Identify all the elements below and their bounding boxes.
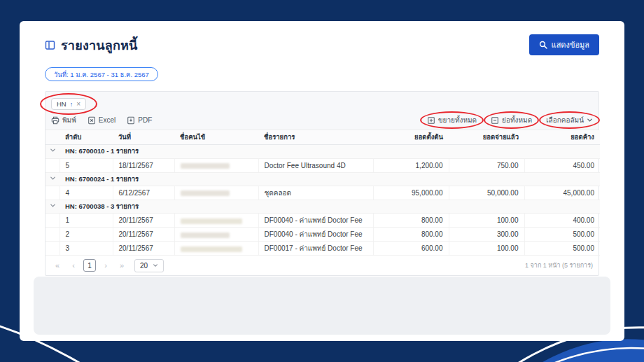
patient-name-redacted [181,163,230,169]
chevron-down-icon[interactable] [50,202,56,209]
table-view-buttons: ขยายทั้งหมด ย่อทั้งหมด [427,115,593,125]
patient-name-redacted [181,232,230,238]
cell-patient [174,214,258,228]
select-columns-button[interactable]: เลือกคอลัมน์ [546,115,593,125]
date-range-label: วันที่: 1 ม.ค. 2567 - 31 ธ.ค. 2567 [54,69,149,80]
cell-date: 20/11/2567 [113,228,174,242]
table-row: 2 20/11/2567 DF00040 - ค่าแพทย์ Doctor F… [46,228,600,242]
page-size-value: 20 [140,262,148,270]
excel-label: Excel [99,116,115,124]
cell-initial-amount: 600.00 [373,242,449,256]
cell-paid-amount: 300.00 [449,228,524,242]
corner-blob-shape [539,339,644,362]
group-header-label[interactable]: HN: 6700038 - 3 รายการ [59,200,600,214]
pagination-first-button[interactable]: « [51,259,64,272]
excel-file-icon [88,116,96,125]
cell-outstanding-amount: 500.00 [524,228,600,242]
collapse-all-label: ย่อทั้งหมด [502,115,532,125]
cell-order: 5 [59,158,113,172]
cell-order: 4 [59,186,113,200]
debtor-table: ลำดับ วันที่ ชื่อคนไข้ ชื่อรายการ ยอดตั้… [46,130,600,256]
remove-sort-icon[interactable]: × [76,100,80,108]
expand-all-icon [427,116,435,125]
cell-date: 6/12/2567 [113,186,174,200]
report-icon [45,40,55,50]
column-header-outstanding-amount[interactable]: ยอดค้าง [524,130,600,145]
group-header-label[interactable]: HN: 6700024 - 1 รายการ [59,172,600,186]
cell-initial-amount: 800.00 [373,228,449,242]
table-row: 3 20/11/2567 DF00017 - ค่าแพทย์ Doctor F… [46,242,600,256]
date-range-chip[interactable]: วันที่: 1 ม.ค. 2567 - 31 ธ.ค. 2567 [45,67,158,81]
report-card: รายงานลูกหนี้ แสดงข้อมูล วันที่: 1 ม.ค. … [20,21,624,341]
pagination: « ‹ 1 › » 20 1 จาก 1 หน้า (5 รายการ) [46,256,598,275]
cell-patient [174,186,258,200]
sort-ascending-icon[interactable]: ↑ [70,101,74,108]
patient-name-redacted [181,190,230,196]
expand-all-label: ขยายทั้งหมด [438,115,477,125]
column-header-initial-amount[interactable]: ยอดตั้งต้น [373,130,449,145]
column-header-patient[interactable]: ชื่อคนไข้ [174,130,258,145]
cell-paid-amount: 100.00 [449,214,524,228]
table-header-row: ลำดับ วันที่ ชื่อคนไข้ ชื่อรายการ ยอดตั้… [46,130,600,145]
pdf-file-icon [127,116,135,125]
print-label: พิมพ์ [62,115,76,125]
cell-outstanding-amount: 45,000.00 [524,186,600,200]
cell-paid-amount: 100.00 [449,242,524,256]
cell-date: 20/11/2567 [113,242,174,256]
page-size-select[interactable]: 20 [134,259,164,272]
table-row: 5 18/11/2567 Doctor Fee Ultrasound 4D 1,… [46,158,600,172]
cell-date: 18/11/2567 [113,158,174,172]
cell-outstanding-amount: 400.00 [524,214,600,228]
wave-line-corner [552,348,644,362]
cell-initial-amount: 800.00 [373,214,449,228]
cell-item: DF00017 - ค่าแพทย์ Doctor Fee [258,242,373,256]
show-data-button[interactable]: แสดงข้อมูล [529,34,599,55]
cell-outstanding-amount: 450.00 [524,158,600,172]
table-panel: HN ↑ × พิมพ์ [45,91,599,276]
pagination-prev-button[interactable]: ‹ [67,259,80,272]
sort-chip-hn[interactable]: HN ↑ × [51,98,86,110]
column-header-date[interactable]: วันที่ [113,130,174,145]
column-header-item[interactable]: ชื่อรายการ [258,130,373,145]
pdf-button[interactable]: PDF [127,116,152,125]
expand-all-button[interactable]: ขยายทั้งหมด [427,115,477,125]
pagination-current-page[interactable]: 1 [83,259,96,272]
cell-date: 20/11/2567 [113,214,174,228]
chevron-down-icon[interactable] [50,147,56,153]
pagination-last-button[interactable]: » [115,259,128,272]
cell-paid-amount: 50,000.00 [449,186,524,200]
cell-item: ชุดคลอด [258,186,373,200]
pagination-next-button[interactable]: › [99,259,112,272]
empty-section [34,277,610,335]
cell-patient [174,158,258,172]
group-row[interactable]: HN: 6700024 - 1 รายการ [46,172,600,186]
cell-patient [174,228,258,242]
panel-head: HN ↑ × พิมพ์ [46,92,598,130]
collapse-all-button[interactable]: ย่อทั้งหมด [491,115,532,125]
cell-order: 1 [59,214,113,228]
print-button[interactable]: พิมพ์ [51,115,76,125]
cell-order: 2 [59,228,113,242]
card-header: รายงานลูกหนี้ แสดงข้อมูล [45,35,599,55]
patient-name-redacted [181,218,242,224]
column-header-order[interactable]: ลำดับ [59,130,113,145]
page-title-wrap: รายงานลูกหนี้ [45,35,138,55]
column-header-paid-amount[interactable]: ยอดจ่ายแล้ว [449,130,524,145]
excel-button[interactable]: Excel [88,116,115,125]
cell-patient [174,242,258,256]
group-header-label[interactable]: HN: 6700010 - 1 รายการ [59,145,600,158]
patient-name-redacted [181,246,242,252]
collapse-all-icon [491,116,499,125]
table-toolbar: พิมพ์ Excel PDF [51,115,593,125]
chevron-down-icon [153,263,158,268]
group-row[interactable]: HN: 6700010 - 1 รายการ [46,145,600,158]
cell-paid-amount: 750.00 [449,158,524,172]
show-data-label: แสดงข้อมูล [552,39,589,51]
search-icon [539,41,547,49]
column-header-expand [46,130,59,145]
export-buttons: พิมพ์ Excel PDF [51,115,152,125]
chevron-down-icon[interactable] [50,175,56,181]
cell-outstanding-amount: 500.00 [524,242,600,256]
group-row[interactable]: HN: 6700038 - 3 รายการ [46,200,600,214]
chevron-down-icon [587,117,593,123]
